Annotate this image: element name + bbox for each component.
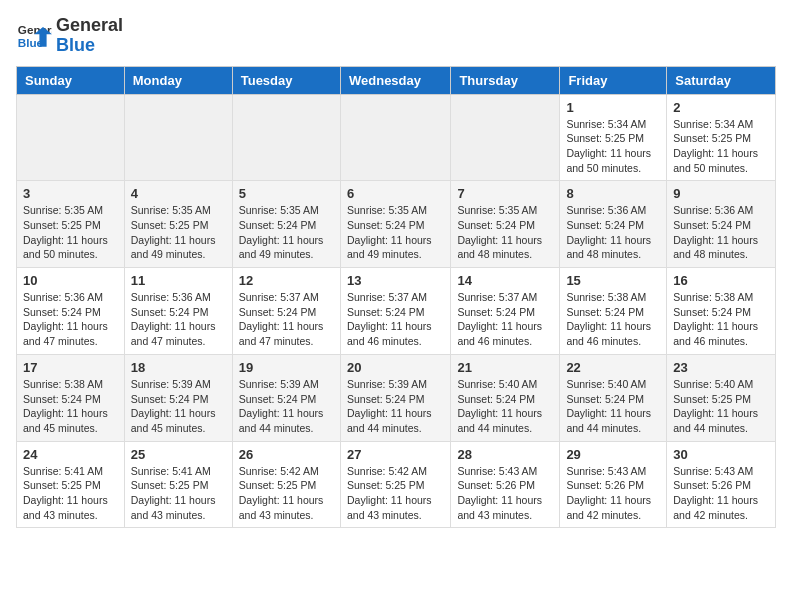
- day-number: 6: [347, 186, 444, 201]
- day-number: 8: [566, 186, 660, 201]
- calendar-day-cell: [232, 94, 340, 181]
- calendar-day-cell: 14Sunrise: 5:37 AM Sunset: 5:24 PM Dayli…: [451, 268, 560, 355]
- day-number: 18: [131, 360, 226, 375]
- day-info: Sunrise: 5:35 AM Sunset: 5:25 PM Dayligh…: [23, 203, 118, 262]
- day-number: 29: [566, 447, 660, 462]
- calendar-day-cell: 12Sunrise: 5:37 AM Sunset: 5:24 PM Dayli…: [232, 268, 340, 355]
- day-number: 24: [23, 447, 118, 462]
- page-header: General Blue General Blue: [16, 16, 776, 56]
- day-info: Sunrise: 5:37 AM Sunset: 5:24 PM Dayligh…: [239, 290, 334, 349]
- calendar-day-cell: 24Sunrise: 5:41 AM Sunset: 5:25 PM Dayli…: [17, 441, 125, 528]
- calendar-day-cell: 16Sunrise: 5:38 AM Sunset: 5:24 PM Dayli…: [667, 268, 776, 355]
- day-number: 12: [239, 273, 334, 288]
- calendar-day-cell: 1Sunrise: 5:34 AM Sunset: 5:25 PM Daylig…: [560, 94, 667, 181]
- calendar-day-cell: 5Sunrise: 5:35 AM Sunset: 5:24 PM Daylig…: [232, 181, 340, 268]
- calendar-day-cell: [17, 94, 125, 181]
- calendar-day-cell: 7Sunrise: 5:35 AM Sunset: 5:24 PM Daylig…: [451, 181, 560, 268]
- day-number: 11: [131, 273, 226, 288]
- day-number: 9: [673, 186, 769, 201]
- calendar-day-cell: 8Sunrise: 5:36 AM Sunset: 5:24 PM Daylig…: [560, 181, 667, 268]
- day-number: 13: [347, 273, 444, 288]
- day-info: Sunrise: 5:39 AM Sunset: 5:24 PM Dayligh…: [239, 377, 334, 436]
- day-info: Sunrise: 5:36 AM Sunset: 5:24 PM Dayligh…: [131, 290, 226, 349]
- logo: General Blue General Blue: [16, 16, 123, 56]
- calendar-week-row: 1Sunrise: 5:34 AM Sunset: 5:25 PM Daylig…: [17, 94, 776, 181]
- calendar-table: SundayMondayTuesdayWednesdayThursdayFrid…: [16, 66, 776, 529]
- day-number: 15: [566, 273, 660, 288]
- day-info: Sunrise: 5:38 AM Sunset: 5:24 PM Dayligh…: [566, 290, 660, 349]
- calendar-day-cell: 23Sunrise: 5:40 AM Sunset: 5:25 PM Dayli…: [667, 354, 776, 441]
- day-number: 16: [673, 273, 769, 288]
- calendar-week-row: 17Sunrise: 5:38 AM Sunset: 5:24 PM Dayli…: [17, 354, 776, 441]
- day-info: Sunrise: 5:35 AM Sunset: 5:24 PM Dayligh…: [347, 203, 444, 262]
- logo-icon: General Blue: [16, 18, 52, 54]
- day-info: Sunrise: 5:36 AM Sunset: 5:24 PM Dayligh…: [566, 203, 660, 262]
- day-number: 7: [457, 186, 553, 201]
- calendar-day-cell: 4Sunrise: 5:35 AM Sunset: 5:25 PM Daylig…: [124, 181, 232, 268]
- day-info: Sunrise: 5:42 AM Sunset: 5:25 PM Dayligh…: [239, 464, 334, 523]
- calendar-day-cell: 11Sunrise: 5:36 AM Sunset: 5:24 PM Dayli…: [124, 268, 232, 355]
- calendar-day-cell: 22Sunrise: 5:40 AM Sunset: 5:24 PM Dayli…: [560, 354, 667, 441]
- day-info: Sunrise: 5:43 AM Sunset: 5:26 PM Dayligh…: [566, 464, 660, 523]
- day-info: Sunrise: 5:38 AM Sunset: 5:24 PM Dayligh…: [673, 290, 769, 349]
- weekday-header-monday: Monday: [124, 66, 232, 94]
- calendar-day-cell: 15Sunrise: 5:38 AM Sunset: 5:24 PM Dayli…: [560, 268, 667, 355]
- day-info: Sunrise: 5:37 AM Sunset: 5:24 PM Dayligh…: [457, 290, 553, 349]
- calendar-week-row: 24Sunrise: 5:41 AM Sunset: 5:25 PM Dayli…: [17, 441, 776, 528]
- calendar-day-cell: 10Sunrise: 5:36 AM Sunset: 5:24 PM Dayli…: [17, 268, 125, 355]
- day-number: 28: [457, 447, 553, 462]
- calendar-week-row: 10Sunrise: 5:36 AM Sunset: 5:24 PM Dayli…: [17, 268, 776, 355]
- day-info: Sunrise: 5:40 AM Sunset: 5:25 PM Dayligh…: [673, 377, 769, 436]
- day-number: 5: [239, 186, 334, 201]
- weekday-header-thursday: Thursday: [451, 66, 560, 94]
- calendar-day-cell: 20Sunrise: 5:39 AM Sunset: 5:24 PM Dayli…: [340, 354, 450, 441]
- calendar-day-cell: 25Sunrise: 5:41 AM Sunset: 5:25 PM Dayli…: [124, 441, 232, 528]
- day-number: 27: [347, 447, 444, 462]
- day-info: Sunrise: 5:40 AM Sunset: 5:24 PM Dayligh…: [457, 377, 553, 436]
- day-info: Sunrise: 5:34 AM Sunset: 5:25 PM Dayligh…: [566, 117, 660, 176]
- day-info: Sunrise: 5:41 AM Sunset: 5:25 PM Dayligh…: [23, 464, 118, 523]
- calendar-day-cell: [451, 94, 560, 181]
- day-number: 2: [673, 100, 769, 115]
- day-number: 3: [23, 186, 118, 201]
- calendar-day-cell: 3Sunrise: 5:35 AM Sunset: 5:25 PM Daylig…: [17, 181, 125, 268]
- calendar-week-row: 3Sunrise: 5:35 AM Sunset: 5:25 PM Daylig…: [17, 181, 776, 268]
- day-info: Sunrise: 5:43 AM Sunset: 5:26 PM Dayligh…: [673, 464, 769, 523]
- header-row: SundayMondayTuesdayWednesdayThursdayFrid…: [17, 66, 776, 94]
- calendar-day-cell: 21Sunrise: 5:40 AM Sunset: 5:24 PM Dayli…: [451, 354, 560, 441]
- weekday-header-wednesday: Wednesday: [340, 66, 450, 94]
- calendar-day-cell: 28Sunrise: 5:43 AM Sunset: 5:26 PM Dayli…: [451, 441, 560, 528]
- day-number: 22: [566, 360, 660, 375]
- calendar-day-cell: 6Sunrise: 5:35 AM Sunset: 5:24 PM Daylig…: [340, 181, 450, 268]
- day-number: 19: [239, 360, 334, 375]
- day-number: 26: [239, 447, 334, 462]
- day-info: Sunrise: 5:40 AM Sunset: 5:24 PM Dayligh…: [566, 377, 660, 436]
- logo-text: General Blue: [56, 16, 123, 56]
- calendar-day-cell: 9Sunrise: 5:36 AM Sunset: 5:24 PM Daylig…: [667, 181, 776, 268]
- day-info: Sunrise: 5:39 AM Sunset: 5:24 PM Dayligh…: [131, 377, 226, 436]
- day-info: Sunrise: 5:36 AM Sunset: 5:24 PM Dayligh…: [673, 203, 769, 262]
- weekday-header-tuesday: Tuesday: [232, 66, 340, 94]
- calendar-day-cell: 29Sunrise: 5:43 AM Sunset: 5:26 PM Dayli…: [560, 441, 667, 528]
- calendar-day-cell: 19Sunrise: 5:39 AM Sunset: 5:24 PM Dayli…: [232, 354, 340, 441]
- day-number: 4: [131, 186, 226, 201]
- calendar-day-cell: 18Sunrise: 5:39 AM Sunset: 5:24 PM Dayli…: [124, 354, 232, 441]
- day-number: 30: [673, 447, 769, 462]
- day-number: 23: [673, 360, 769, 375]
- calendar-day-cell: [124, 94, 232, 181]
- day-number: 17: [23, 360, 118, 375]
- weekday-header-saturday: Saturday: [667, 66, 776, 94]
- day-info: Sunrise: 5:37 AM Sunset: 5:24 PM Dayligh…: [347, 290, 444, 349]
- day-info: Sunrise: 5:39 AM Sunset: 5:24 PM Dayligh…: [347, 377, 444, 436]
- day-number: 1: [566, 100, 660, 115]
- day-info: Sunrise: 5:38 AM Sunset: 5:24 PM Dayligh…: [23, 377, 118, 436]
- calendar-day-cell: 2Sunrise: 5:34 AM Sunset: 5:25 PM Daylig…: [667, 94, 776, 181]
- calendar-day-cell: 26Sunrise: 5:42 AM Sunset: 5:25 PM Dayli…: [232, 441, 340, 528]
- day-info: Sunrise: 5:36 AM Sunset: 5:24 PM Dayligh…: [23, 290, 118, 349]
- svg-text:General: General: [18, 23, 52, 36]
- calendar-day-cell: 27Sunrise: 5:42 AM Sunset: 5:25 PM Dayli…: [340, 441, 450, 528]
- day-info: Sunrise: 5:41 AM Sunset: 5:25 PM Dayligh…: [131, 464, 226, 523]
- weekday-header-sunday: Sunday: [17, 66, 125, 94]
- day-info: Sunrise: 5:34 AM Sunset: 5:25 PM Dayligh…: [673, 117, 769, 176]
- day-number: 14: [457, 273, 553, 288]
